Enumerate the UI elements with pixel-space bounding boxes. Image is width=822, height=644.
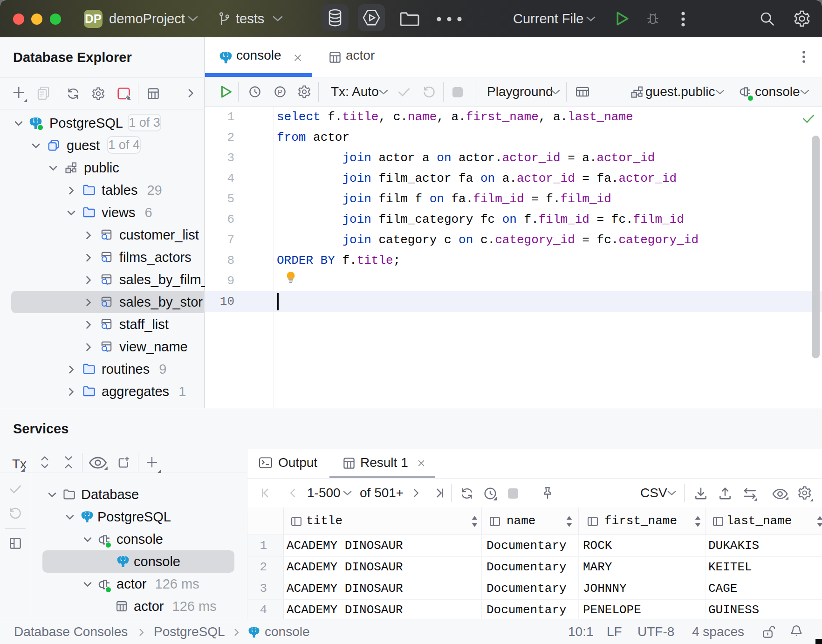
svg-text:P: P	[278, 88, 282, 96]
